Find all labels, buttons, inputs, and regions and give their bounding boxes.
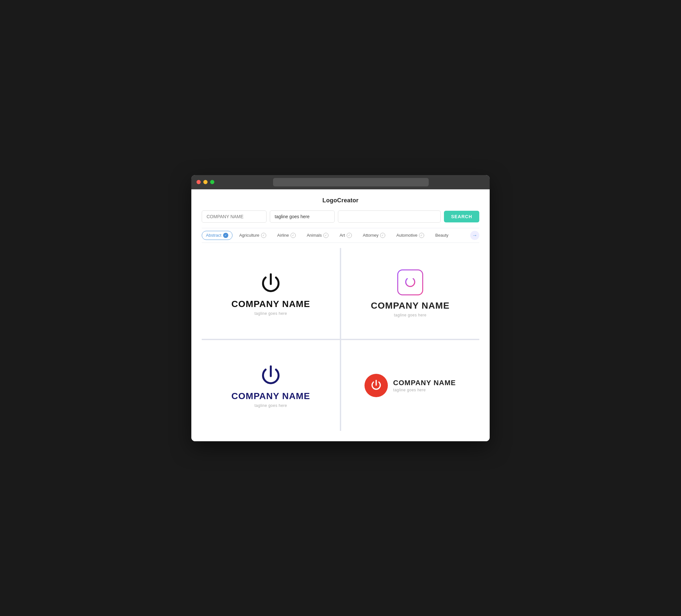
- attorney-check-icon: ✓: [380, 233, 385, 238]
- logo-inner-2: COMPANY NAME tagline goes here: [371, 270, 450, 317]
- logo3-company: COMPANY NAME: [231, 391, 310, 401]
- agriculture-check-icon: ✓: [261, 233, 266, 238]
- filter-art-label: Art: [339, 233, 345, 238]
- tagline-input[interactable]: [270, 210, 335, 223]
- filter-automotive-label: Automotive: [396, 233, 418, 238]
- app-title: LogoCreator: [202, 197, 479, 204]
- address-bar: [273, 178, 429, 186]
- logo3-tagline: tagline goes here: [255, 403, 287, 408]
- filter-attorney-label: Attorney: [363, 233, 378, 238]
- filter-agriculture[interactable]: Agriculture ✓: [235, 231, 271, 240]
- logo-inner-4: COMPANY NAME tagline goes here: [364, 374, 456, 397]
- search-bar: SEARCH: [202, 210, 479, 223]
- filter-attorney[interactable]: Attorney ✓: [359, 231, 389, 240]
- logo2-tagline: tagline goes here: [394, 313, 427, 317]
- app-window: LogoCreator SEARCH Abstract ✓ Agricultur…: [191, 175, 490, 441]
- company-name-input[interactable]: [202, 210, 267, 223]
- logo-card-2[interactable]: COMPANY NAME tagline goes here: [341, 248, 479, 339]
- filter-animals[interactable]: Animals ✓: [303, 231, 333, 240]
- filter-beauty[interactable]: Beauty: [431, 231, 452, 239]
- logo-inner-1: COMPANY NAME tagline goes here: [231, 271, 310, 316]
- logo4-company: COMPANY NAME: [393, 379, 456, 387]
- filter-art[interactable]: Art ✓: [335, 231, 356, 240]
- extra-input[interactable]: [338, 210, 441, 223]
- logo1-company: COMPANY NAME: [231, 299, 310, 309]
- filter-beauty-label: Beauty: [435, 233, 448, 238]
- power-icon-3: [258, 363, 284, 389]
- logo-card-4[interactable]: COMPANY NAME tagline goes here: [341, 340, 479, 431]
- animals-check-icon: ✓: [323, 233, 328, 238]
- filter-animals-label: Animals: [307, 233, 322, 238]
- power-icon-4: [369, 379, 383, 392]
- logo-inner-3: COMPANY NAME tagline goes here: [231, 363, 310, 408]
- red-circle-logo: [364, 374, 388, 397]
- content-area: LogoCreator SEARCH Abstract ✓ Agricultur…: [191, 189, 490, 441]
- minimize-button[interactable]: [203, 180, 207, 184]
- filter-automotive[interactable]: Automotive ✓: [392, 231, 428, 240]
- filter-abstract[interactable]: Abstract ✓: [202, 231, 232, 240]
- power-icon-2: [403, 275, 418, 290]
- logo4-tagline: tagline goes here: [393, 388, 456, 392]
- airline-check-icon: ✓: [291, 233, 296, 238]
- filter-abstract-label: Abstract: [206, 233, 222, 238]
- maximize-button[interactable]: [210, 180, 215, 184]
- automotive-check-icon: ✓: [419, 233, 424, 238]
- abstract-check-icon: ✓: [223, 233, 228, 238]
- logo-card-1[interactable]: COMPANY NAME tagline goes here: [202, 248, 340, 339]
- search-button[interactable]: SEARCH: [444, 211, 479, 223]
- logo-grid: COMPANY NAME tagline goes here: [202, 248, 479, 431]
- logo1-tagline: tagline goes here: [255, 311, 287, 316]
- logo2-company: COMPANY NAME: [371, 301, 450, 311]
- logo-gradient-box: [397, 270, 423, 296]
- art-check-icon: ✓: [347, 233, 352, 238]
- logo4-text-group: COMPANY NAME tagline goes here: [393, 379, 456, 392]
- titlebar: [191, 175, 490, 189]
- power-icon-1: [258, 271, 284, 297]
- filter-airline-label: Airline: [277, 233, 289, 238]
- close-button[interactable]: [197, 180, 201, 184]
- filter-more-button[interactable]: →: [470, 231, 479, 240]
- filter-bar: Abstract ✓ Agriculture ✓ Airline ✓ Anima…: [202, 228, 479, 243]
- filter-airline[interactable]: Airline ✓: [273, 231, 300, 240]
- filter-agriculture-label: Agriculture: [239, 233, 259, 238]
- logo-card-3[interactable]: COMPANY NAME tagline goes here: [202, 340, 340, 431]
